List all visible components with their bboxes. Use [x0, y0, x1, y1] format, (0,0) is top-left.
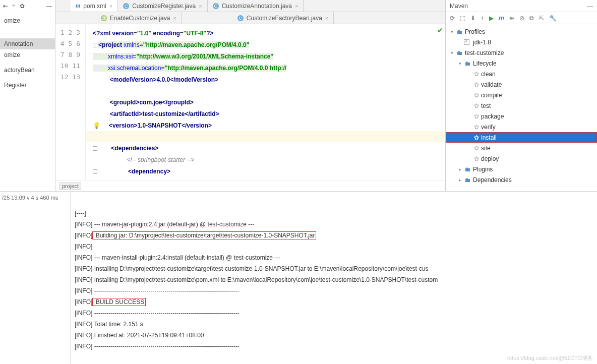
gear-icon: ✿ [474, 102, 479, 109]
project-item[interactable]: Register [0, 80, 55, 91]
tab-customize-factory-bean[interactable]: CCustomizeFactoryBean.java× [232, 12, 334, 24]
maven-toolbar: ⟳ ⬚ ⬇ + ▶ m ⇹ ⊘ ⧉ ⇱ 🔧 [446, 12, 597, 24]
project-icon: 🖿 [457, 49, 463, 56]
goal-package[interactable]: ✿package [446, 111, 597, 122]
chevron-right-icon[interactable]: ▸ [457, 177, 463, 183]
add-icon[interactable]: + [481, 15, 484, 22]
tree-lifecycle[interactable]: ▾🖿Lifecycle [446, 58, 597, 69]
project-item[interactable] [0, 76, 55, 80]
project-item[interactable]: omize [0, 49, 55, 60]
console-highlight-jar: Building jar: D:\myproject\test-customiz… [92, 231, 316, 239]
project-list: omize Annotation omize actoryBean Regist… [0, 12, 55, 91]
console-output[interactable]: [----] [INFO] --- maven-jar-plugin:2.4:j… [71, 192, 597, 364]
gear-icon: ✿ [474, 71, 479, 78]
tab-pom-xml[interactable]: mpom.xml× [71, 0, 118, 12]
tree-profiles[interactable]: ▾🖿Profiles [446, 26, 597, 37]
hide-icon[interactable]: — [46, 3, 52, 10]
fold-icon[interactable]: - [93, 169, 97, 174]
tree-project[interactable]: ▾🖿test-customize [446, 47, 597, 58]
console-highlight-success: BUILD SUCCESS [92, 298, 146, 306]
tree-plugins[interactable]: ▸🖿Plugins [446, 164, 597, 174]
project-toolbar: ⇤ ÷ ✿ — [0, 0, 55, 12]
maven-title: Maven— [446, 0, 597, 12]
fold-icon[interactable]: - [93, 146, 97, 151]
editor-pane: mpom.xml× CCustomizeRegister.java× CCust… [55, 0, 446, 191]
fold-icon[interactable]: - [93, 43, 97, 47]
java-class-icon: C [213, 3, 219, 9]
close-icon[interactable]: × [199, 3, 202, 9]
gear-icon: ✿ [474, 92, 479, 99]
goal-install[interactable]: ✿install [446, 132, 597, 143]
project-item[interactable]: omize [0, 15, 55, 26]
tab-customize-annotation[interactable]: CCustomizeAnnotation.java× [208, 0, 304, 12]
generate-icon[interactable]: ⬚ [460, 15, 465, 22]
project-item[interactable] [0, 30, 55, 34]
close-icon[interactable]: × [173, 15, 176, 21]
goal-verify[interactable]: ✿verify [446, 122, 597, 132]
maven-file-icon: m [76, 2, 80, 10]
editor-tabs-row-1: mpom.xml× CCustomizeRegister.java× CCust… [55, 0, 445, 12]
goal-validate[interactable]: ✿validate [446, 79, 597, 90]
project-item[interactable]: actoryBean [0, 65, 55, 76]
tree-dependencies[interactable]: ▸🖿Dependencies [446, 174, 597, 185]
line-gutter: 1 2 3 4 5 6 7 8 9 10 11 12 13 [55, 24, 86, 180]
java-class-icon: C [123, 3, 129, 9]
code-area[interactable]: <?xml version="1.0" encoding="UTF-8"?> -… [86, 24, 445, 180]
run-history[interactable]: /25 19:09 v 4 s 460 ms [0, 192, 71, 364]
gear-icon[interactable]: ✿ [20, 3, 25, 10]
project-item[interactable] [0, 34, 55, 38]
java-annotation-icon: @ [101, 15, 107, 21]
gear-icon: ✿ [474, 155, 479, 162]
skip-tests-icon[interactable]: ⊘ [519, 15, 524, 22]
project-item[interactable] [0, 26, 55, 30]
refresh-icon[interactable]: ⟳ [450, 15, 455, 22]
settings-icon[interactable]: 🔧 [549, 15, 557, 22]
chevron-down-icon[interactable]: ▾ [449, 29, 455, 34]
gear-icon: ✿ [474, 145, 479, 152]
goal-deploy[interactable]: ✿deploy [446, 153, 597, 164]
close-icon[interactable]: × [109, 3, 112, 9]
chevron-right-icon[interactable]: ▸ [457, 167, 463, 172]
folder-icon: 🖿 [465, 166, 471, 173]
close-icon[interactable]: × [325, 15, 328, 21]
tree-profile-item[interactable]: jdk-1.8 [446, 37, 597, 47]
download-icon[interactable]: ⬇ [470, 15, 475, 22]
run-icon[interactable]: ▶ [489, 15, 494, 22]
inspection-ok-icon: ✔ [437, 26, 443, 34]
breadcrumb[interactable]: project [55, 180, 445, 191]
tab-customize-register[interactable]: CCustomizeRegister.java× [118, 0, 208, 12]
toggle-icon[interactable]: ⇹ [509, 15, 514, 22]
watermark: https://blog.csdn.net/@51CTO博客 [507, 354, 593, 362]
tab-enable-customize[interactable]: @EnableCustomize.java× [96, 12, 182, 24]
goal-site[interactable]: ✿site [446, 143, 597, 153]
maven-tool-window: Maven— ⟳ ⬚ ⬇ + ▶ m ⇹ ⊘ ⧉ ⇱ 🔧 ▾🖿Profiles … [446, 0, 597, 191]
offline-icon[interactable]: ⧉ [529, 15, 534, 22]
editor-body[interactable]: ✔ 1 2 3 4 5 6 7 8 9 10 11 12 13 <?xml ve… [55, 24, 445, 180]
intention-bulb-icon[interactable]: 💡 [93, 122, 100, 129]
gear-icon: ✿ [474, 124, 479, 131]
project-tool-window[interactable]: ⇤ ÷ ✿ — omize Annotation omize actoryBea… [0, 0, 55, 191]
hide-icon[interactable]: — [587, 3, 593, 10]
collapse-icon[interactable]: ⇱ [539, 15, 544, 22]
close-icon[interactable]: × [295, 3, 298, 9]
java-class-icon: C [237, 15, 244, 21]
collapse-icon[interactable]: ⇤ [3, 3, 8, 10]
project-item[interactable]: Annotation [0, 38, 55, 49]
console-area: /25 19:09 v 4 s 460 ms [----] [INFO] ---… [0, 192, 597, 364]
gear-icon: ✿ [474, 113, 479, 120]
checkbox-icon[interactable] [464, 39, 469, 45]
expand-icon[interactable]: ÷ [12, 3, 16, 10]
chevron-down-icon[interactable]: ▾ [457, 61, 463, 66]
gear-icon: ✿ [474, 81, 479, 88]
folder-icon: 🖿 [457, 28, 463, 35]
chevron-down-icon[interactable]: ▾ [449, 50, 455, 55]
lifecycle-icon: 🖿 [465, 60, 471, 67]
maven-tree[interactable]: ▾🖿Profiles jdk-1.8 ▾🖿test-customize ▾🖿Li… [446, 24, 597, 191]
goal-test[interactable]: ✿test [446, 100, 597, 111]
maven-icon[interactable]: m [499, 15, 504, 22]
editor-tabs-row-2: @EnableCustomize.java× CCustomizeFactory… [55, 12, 445, 24]
goal-compile[interactable]: ✿compile [446, 90, 597, 100]
project-item[interactable] [0, 60, 55, 65]
gear-icon: ✿ [474, 134, 479, 141]
goal-clean[interactable]: ✿clean [446, 69, 597, 79]
